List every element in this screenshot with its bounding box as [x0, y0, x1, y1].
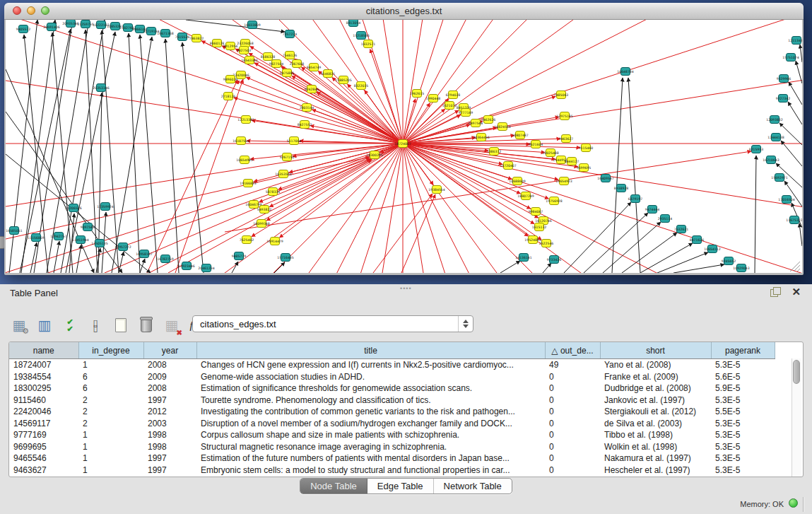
graph-node[interactable]: 16671368 [157, 30, 173, 37]
graph-node[interactable]: 7485063 [554, 91, 569, 99]
graph-node[interactable]: 9699695 [577, 164, 592, 172]
table-cell[interactable]: 2008 [143, 382, 196, 395]
table-cell[interactable]: 1998 [143, 429, 196, 441]
graph-node[interactable]: 23226058 [237, 40, 253, 47]
graph-node[interactable]: 9115460 [579, 144, 594, 152]
table-cell[interactable]: 0 [545, 418, 600, 430]
graph-node[interactable]: 10025488 [542, 149, 558, 157]
table-row[interactable]: 1938455462009Genome-wide association stu… [9, 371, 775, 383]
table-cell[interactable]: 14569117 [9, 418, 78, 430]
table-cell[interactable]: Embryonic stem cells: a model to study s… [196, 465, 545, 477]
row-height-icon[interactable]: ▯▯ [86, 316, 105, 334]
table-cell[interactable]: 0 [545, 452, 600, 465]
graph-node[interactable]: 9097588 [81, 223, 95, 231]
graph-node[interactable]: 17016504 [778, 196, 794, 204]
table-cell[interactable]: 5.3E-5 [711, 441, 775, 453]
graph-node[interactable]: 12113436 [788, 37, 802, 45]
table-cell[interactable]: 5.3E-5 [711, 465, 775, 477]
table-cell[interactable]: Structural magnetic resonance image aver… [196, 441, 545, 453]
graph-node[interactable]: 2367608 [290, 60, 305, 68]
graph-node[interactable]: 6879197 [628, 195, 643, 203]
table-cell[interactable]: Dudbridge et al. (2008) [600, 382, 711, 395]
column-header-short[interactable]: short [600, 342, 711, 359]
table-cell[interactable]: Tibbo et al. (1998) [600, 429, 711, 441]
select-columns-icon[interactable]: ✔✔ [61, 316, 79, 334]
table-cell[interactable]: 2009 [143, 371, 196, 383]
graph-node[interactable]: 12444138 [767, 134, 784, 141]
graph-node[interactable]: 8322035 [354, 82, 369, 90]
graph-node[interactable]: 12093832 [766, 116, 782, 124]
table-cell[interactable]: 9777169 [9, 429, 78, 441]
table-cell[interactable]: 1 [78, 359, 143, 371]
graph-node[interactable]: 12942757 [50, 233, 66, 240]
table-cell[interactable]: 1 [78, 465, 143, 477]
citation-network-graph[interactable]: 9405572206914062093534611259755102221831… [6, 20, 802, 273]
graph-node[interactable]: 11451944 [72, 236, 88, 244]
table-cell[interactable]: 5.3E-5 [711, 429, 775, 441]
graph-node[interactable]: 16958167 [136, 250, 152, 258]
column-header-year[interactable]: year [143, 342, 196, 359]
graph-node[interactable]: 1962615 [410, 90, 425, 98]
graph-node[interactable]: 2718126 [221, 93, 236, 100]
graph-node[interactable]: 16648784 [617, 68, 633, 76]
table-cell[interactable]: de Silva et al. (2003) [600, 418, 711, 430]
graph-node[interactable]: 16409547 [597, 175, 613, 182]
table-cell[interactable]: 0 [545, 429, 600, 441]
graph-node[interactable]: 1832571 [361, 40, 376, 48]
graph-node[interactable]: 10688609 [509, 177, 525, 185]
graph-node[interactable]: 20353346 [93, 84, 109, 92]
table-row[interactable]: 946554611997Estimation of the future num… [9, 452, 775, 465]
table-cell[interactable]: 5.9E-5 [711, 382, 775, 395]
graph-node[interactable]: 9227342 [776, 95, 791, 103]
table-cell[interactable]: 0 [545, 406, 600, 418]
graph-node[interactable]: 11259755 [77, 21, 93, 28]
table-row[interactable]: 1872400712008Changes of HCN gene express… [9, 359, 775, 371]
table-cell[interactable]: Wolkin et al. (1998) [600, 441, 711, 453]
graph-node[interactable]: 9405572 [16, 25, 31, 33]
graph-node[interactable]: 9474444 [645, 206, 660, 214]
graph-node[interactable]: 19654923 [555, 177, 572, 185]
graph-node[interactable]: 11156869 [28, 234, 44, 242]
graph-node[interactable]: 7625402 [240, 236, 254, 244]
table-row[interactable]: 1830029562008Estimation of significance … [9, 382, 775, 395]
table-cell[interactable]: 0 [545, 465, 600, 477]
table-cell[interactable]: 9115460 [9, 395, 78, 407]
canvas-resize-grip[interactable] [790, 262, 800, 271]
table-cell[interactable]: Investigating the contribution of common… [196, 406, 545, 418]
column-header-name[interactable]: name [9, 342, 78, 359]
table-cell[interactable]: 1 [78, 429, 143, 441]
graph-node[interactable]: 10654985 [236, 156, 252, 164]
graph-node[interactable]: 15751074 [782, 54, 799, 62]
table-cell[interactable]: Estimation of the future numbers of pati… [196, 452, 545, 465]
table-cell[interactable]: 1997 [143, 395, 196, 407]
network-canvas[interactable]: 9405572206914062093534611259755102221831… [6, 20, 802, 273]
table-cell[interactable]: 2008 [143, 359, 196, 371]
table-cell[interactable]: 6 [78, 371, 143, 383]
column-header-title[interactable]: title [196, 342, 545, 359]
graph-node[interactable]: 20461234 [198, 264, 214, 272]
table-cell[interactable]: Hescheler et al. (1997) [600, 465, 711, 477]
table-cell[interactable]: 6 [78, 382, 143, 395]
table-cell[interactable]: Nakamura et al. (1997) [600, 452, 711, 465]
graph-node[interactable]: 19756928 [546, 197, 562, 205]
graph-node[interactable]: 9146821 [321, 70, 336, 78]
graph-node[interactable]: 7632621 [674, 226, 689, 233]
table-cell[interactable]: Tourette syndrome. Phenomenology and cla… [196, 395, 545, 407]
graph-node[interactable]: 15720407 [500, 162, 516, 170]
graph-node[interactable]: 16914479 [266, 238, 283, 245]
table-header-row[interactable]: namein_degreeyeartitle△ out_de...shortpa… [9, 342, 775, 359]
graph-node[interactable]: 8215953 [749, 146, 764, 153]
table-cell[interactable]: 1 [78, 441, 143, 453]
table-cell[interactable]: 2 [78, 418, 143, 430]
table-cell[interactable]: 2003 [143, 418, 196, 430]
graph-node[interactable]: 10807487 [512, 132, 528, 139]
show-columns-icon[interactable]: ▥ [35, 316, 54, 334]
table-cell[interactable]: 22420046 [9, 406, 78, 418]
table-row[interactable]: 2242004622012Investigating the contribut… [9, 406, 775, 418]
table-cell[interactable]: 0 [545, 382, 600, 395]
graph-node[interactable]: 8813054 [346, 20, 361, 27]
graph-node[interactable]: 19384554 [428, 186, 445, 194]
table-cell[interactable]: 9465546 [9, 452, 78, 465]
table-cell[interactable]: 5.3E-5 [711, 418, 775, 430]
table-cell[interactable]: 5.3E-5 [711, 395, 775, 407]
